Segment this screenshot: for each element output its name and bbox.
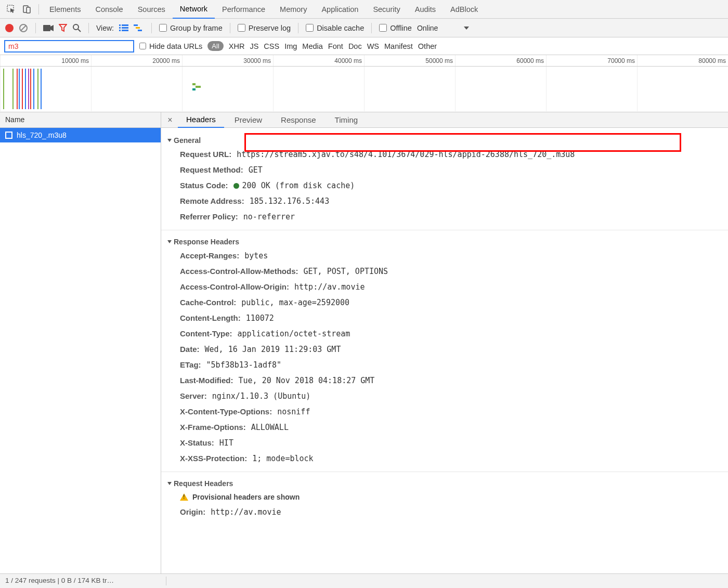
general-referrer-policy: Referrer Policy: no-referrer — [167, 210, 722, 226]
filter-type-xhr[interactable]: XHR — [229, 42, 245, 50]
tab-application[interactable]: Application — [314, 1, 366, 18]
inspect-element-icon[interactable] — [4, 2, 19, 17]
screenshot-icon[interactable] — [43, 24, 54, 32]
request-row[interactable]: hls_720_.m3u8 — [0, 128, 161, 142]
disable-cache-checkbox[interactable]: Disable cache — [306, 24, 364, 32]
separator — [38, 4, 39, 15]
ruler-tick: 30000 ms — [182, 55, 273, 66]
kv-key: X-Content-Type-Options: — [180, 407, 272, 416]
filter-type-css[interactable]: CSS — [264, 42, 279, 50]
status-dot-icon — [233, 183, 239, 189]
ruler-tick: 80000 ms — [637, 55, 728, 66]
filter-type-all[interactable]: All — [207, 41, 223, 51]
kv-key: X-XSS-Protection: — [180, 454, 247, 463]
hide-data-urls-label: Hide data URLs — [149, 42, 202, 50]
kv-value: public, max-age=2592000 — [241, 298, 349, 307]
tab-security[interactable]: Security — [366, 1, 407, 18]
group-by-frame-checkbox[interactable]: Group by frame — [159, 24, 223, 32]
filter-type-manifest[interactable]: Manifest — [384, 42, 413, 50]
kv-key: Content-Length: — [180, 313, 241, 322]
tab-console[interactable]: Console — [88, 1, 130, 18]
detail-body[interactable]: General Request URL: https://stream5.xja… — [161, 128, 728, 573]
disable-cache-label: Disable cache — [317, 24, 364, 32]
clear-icon[interactable] — [19, 23, 28, 33]
provisional-text: Provisional headers are shown — [192, 493, 300, 501]
filter-type-other[interactable]: Other — [418, 42, 437, 50]
filter-input[interactable] — [4, 40, 134, 53]
tab-adblock[interactable]: AdBlock — [443, 1, 485, 18]
kv-value: application/octet-stream — [238, 329, 350, 338]
kv-key: Access-Control-Allow-Origin: — [180, 282, 289, 291]
tab-network[interactable]: Network — [173, 0, 215, 19]
device-toggle-icon[interactable] — [20, 2, 34, 17]
kv-key: Remote Address: — [180, 197, 244, 205]
separator — [88, 23, 89, 33]
ruler-tick: 10000 ms — [0, 55, 91, 66]
name-column-header[interactable]: Name — [0, 112, 161, 128]
tab-elements[interactable]: Elements — [42, 1, 88, 18]
search-icon[interactable] — [72, 23, 81, 32]
general-request-method: Request Method: GET — [167, 163, 722, 179]
filter-type-font[interactable]: Font — [328, 42, 343, 50]
separator — [35, 23, 36, 33]
network-timeline[interactable]: 10000 ms 20000 ms 30000 ms 40000 ms 5000… — [0, 55, 728, 112]
tab-response[interactable]: Response — [272, 112, 324, 127]
kv-key: Origin: — [180, 507, 205, 516]
svg-rect-14 — [134, 24, 138, 26]
kv-key: Cache-Control: — [180, 298, 236, 307]
filter-type-img[interactable]: Img — [284, 42, 297, 50]
kv-value: 200 OK (from disk cache) — [233, 181, 355, 190]
section-general-title: General — [174, 136, 201, 145]
filter-type-media[interactable]: Media — [302, 42, 323, 50]
svg-rect-12 — [122, 27, 128, 29]
separator — [151, 23, 152, 33]
timeline-chart — [0, 67, 728, 111]
kv-value: https://stream5.xjav.to/s48/4.101/3674/0… — [237, 150, 575, 159]
kv-key: Access-Control-Allow-Methods: — [180, 267, 298, 276]
tab-audits[interactable]: Audits — [408, 1, 443, 18]
svg-rect-11 — [122, 24, 128, 26]
tab-preview[interactable]: Preview — [226, 112, 270, 127]
separator — [298, 23, 298, 33]
tab-performance[interactable]: Performance — [215, 1, 272, 18]
chevron-down-icon — [167, 240, 172, 243]
list-view-icon[interactable] — [119, 24, 128, 32]
kv-value: bytes — [244, 251, 268, 260]
throttling-dropdown-icon[interactable] — [464, 27, 469, 30]
section-request-headers-toggle[interactable]: Request Headers — [167, 476, 722, 491]
tab-memory[interactable]: Memory — [272, 1, 314, 18]
section-response-headers-title: Response Headers — [174, 238, 239, 246]
kv-key: Server: — [180, 391, 207, 400]
general-status-code: Status Code: 200 OK (from disk cache) — [167, 179, 722, 194]
filter-toggle-icon[interactable] — [59, 24, 67, 32]
kv-key: Date: — [180, 345, 200, 354]
filter-type-doc[interactable]: Doc — [348, 42, 362, 50]
request-details: × Headers Preview Response Timing Genera… — [161, 112, 728, 573]
kv-value: ALLOWALL — [251, 423, 289, 432]
offline-checkbox[interactable]: Offline — [379, 24, 412, 32]
section-response-headers-toggle[interactable]: Response Headers — [167, 234, 722, 249]
svg-line-4 — [21, 25, 26, 31]
kv-value: 110072 — [246, 313, 274, 323]
hide-data-urls-checkbox[interactable]: Hide data URLs — [139, 42, 202, 50]
kv-value: "5bf38b13-1adf8" — [206, 360, 282, 370]
preserve-log-checkbox[interactable]: Preserve log — [238, 24, 291, 32]
kv-key: ETag: — [180, 360, 201, 369]
throttling-select[interactable]: Online — [417, 24, 438, 32]
kv-value: GET, POST, OPTIONS — [304, 267, 388, 276]
close-details-button[interactable]: × — [164, 115, 176, 125]
filter-type-js[interactable]: JS — [250, 42, 258, 50]
section-general-toggle[interactable]: General — [167, 133, 722, 148]
chevron-down-icon — [167, 482, 172, 485]
tab-sources[interactable]: Sources — [131, 1, 173, 18]
request-name: hls_720_.m3u8 — [17, 131, 67, 139]
tab-timing[interactable]: Timing — [327, 112, 366, 127]
network-filter-bar: Hide data URLs All XHR JS CSS Img Media … — [0, 37, 728, 55]
kv-key: Request URL: — [180, 150, 231, 159]
waterfall-view-icon[interactable] — [134, 24, 144, 32]
tab-headers[interactable]: Headers — [178, 112, 224, 128]
record-button[interactable] — [5, 24, 14, 32]
network-body: Name hls_720_.m3u8 × Headers Preview Res… — [0, 112, 728, 573]
filter-type-ws[interactable]: WS — [367, 42, 379, 50]
kv-value: 1; mode=block — [252, 454, 313, 463]
